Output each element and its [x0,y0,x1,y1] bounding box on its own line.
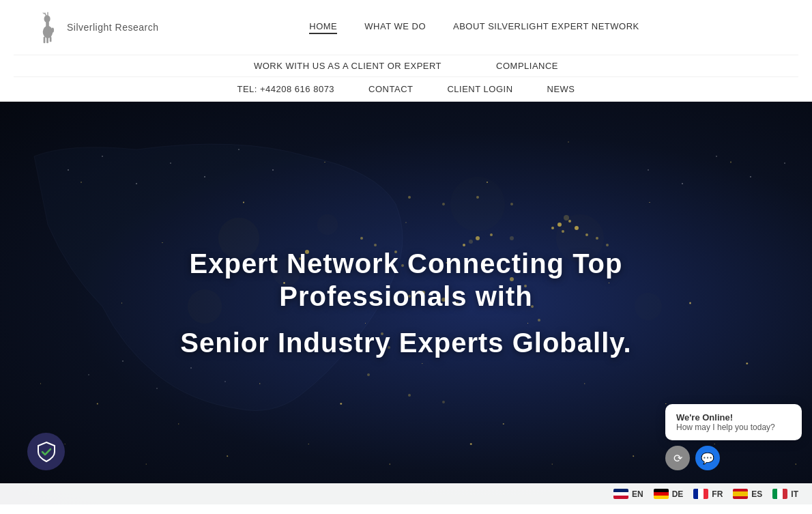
nav-compliance[interactable]: COMPLIANCE [496,61,558,71]
svg-point-47 [367,373,370,376]
svg-point-64 [784,162,785,164]
chat-minimize-button[interactable]: ⟳ [665,446,690,470]
logo[interactable]: Silverlight Research [34,10,171,44]
nav-news[interactable]: NEWS [547,84,575,94]
flag-en [613,489,628,499]
svg-point-61 [682,183,683,184]
svg-point-60 [648,169,649,171]
nav-row3: TEL: +44208 616 8073 CONTACT CLIENT LOGI… [14,76,798,101]
hero-line1: Expert Network Connecting Top Profession… [99,247,713,313]
nav-home[interactable]: HOME [309,21,337,34]
svg-point-19 [562,230,564,233]
nav-row1: HOME WHAT WE DO ABOUT SILVERLIGHT EXPERT… [171,21,778,34]
lang-en-label: EN [632,489,643,499]
svg-point-20 [551,227,554,229]
svg-point-49 [442,401,445,403]
svg-point-22 [476,236,480,240]
lang-fr[interactable]: FR [693,489,723,499]
svg-point-62 [716,156,717,157]
shield-badge[interactable] [27,433,65,470]
svg-point-48 [408,394,411,397]
svg-point-2 [44,15,50,23]
lang-en[interactable]: EN [613,489,643,499]
svg-point-18 [568,220,571,223]
svg-point-17 [557,223,562,227]
svg-point-58 [238,149,240,150]
svg-point-52 [606,244,609,246]
flag-es [733,489,748,499]
nav-what-we-do[interactable]: WHAT WE DO [364,21,426,34]
svg-point-68 [190,367,192,369]
svg-point-6 [51,27,54,32]
svg-point-69 [224,381,226,382]
svg-point-24 [463,244,465,246]
svg-point-35 [374,244,377,246]
svg-point-40 [476,196,479,199]
lang-de[interactable]: DE [654,489,684,499]
svg-rect-5 [50,37,52,42]
svg-rect-3 [44,37,46,43]
chat-widget: We're Online! How may I help you today? … [665,404,802,470]
lang-fr-label: FR [712,489,723,499]
svg-point-66 [122,360,124,362]
chat-buttons: ⟳ 💬 [665,446,802,470]
svg-point-53 [68,169,69,171]
svg-point-72 [469,240,473,244]
flag-de [654,489,669,499]
chat-bubble: We're Online! How may I help you today? [665,404,802,440]
svg-point-21 [575,226,579,230]
svg-point-23 [490,233,493,236]
flag-fr [693,489,708,499]
site-header: Silverlight Research HOME WHAT WE DO ABO… [0,0,812,102]
svg-rect-4 [46,37,48,43]
nav-main-row: Silverlight Research HOME WHAT WE DO ABO… [14,0,798,55]
hero-line2: Senior Industry Experts Globally. [99,326,713,359]
nav-contact[interactable]: CONTACT [368,84,413,94]
logo-text: Silverlight Research [67,22,159,33]
svg-point-71 [510,236,514,240]
lang-es[interactable]: ES [733,489,762,499]
svg-point-63 [750,176,751,177]
lang-it-label: IT [791,489,798,499]
svg-point-41 [510,203,513,205]
chat-open-button[interactable]: 💬 [695,446,720,470]
flag-it [772,489,787,499]
svg-point-54 [102,156,103,157]
lang-de-label: DE [672,489,684,499]
svg-point-34 [360,237,363,240]
nav-about[interactable]: ABOUT SILVERLIGHT EXPERT NETWORK [453,21,639,34]
lang-it[interactable]: IT [772,489,798,499]
svg-point-56 [170,162,171,164]
svg-point-57 [204,176,205,177]
nav-row2: WORK WITH US AS A CLIENT OR EXPERT COMPL… [14,55,798,76]
svg-point-55 [136,183,137,184]
nav-work-with-us[interactable]: WORK WITH US AS A CLIENT OR EXPERT [254,61,441,71]
language-bar: EN DE FR ES IT [0,483,812,504]
hero-section: Expert Network Connecting Top Profession… [0,102,812,504]
hero-text: Expert Network Connecting Top Profession… [99,247,713,359]
chat-subtitle: How may I help you today? [676,423,791,432]
nav-tel[interactable]: TEL: +44208 616 8073 [237,84,334,94]
svg-point-67 [156,388,158,389]
shield-icon [37,441,56,463]
svg-point-65 [88,374,89,375]
svg-point-51 [596,237,598,240]
svg-point-59 [272,169,274,171]
lang-es-label: ES [751,489,762,499]
svg-point-38 [408,196,411,199]
svg-rect-1 [46,21,49,32]
svg-point-39 [442,203,445,205]
chat-title: We're Online! [676,412,791,423]
logo-icon [34,10,61,44]
svg-point-50 [585,233,588,236]
nav-client-login[interactable]: CLIENT LOGIN [447,84,512,94]
svg-point-70 [564,215,569,220]
